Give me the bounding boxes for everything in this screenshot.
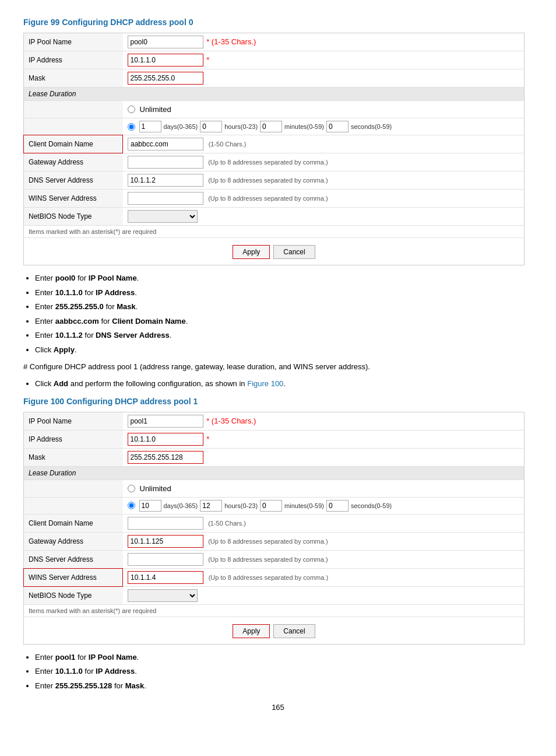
lease-value-input[interactable]	[139, 500, 161, 512]
ip-address-input[interactable]	[128, 433, 203, 446]
ip-address-hint: *	[206, 55, 209, 64]
cancel-button[interactable]: Cancel	[273, 624, 315, 638]
hours-label: hours(0-23)	[224, 502, 258, 509]
required-note: Items marked with an asterisk(*) are req…	[24, 604, 525, 617]
lease-duration-header-row: Lease Duration	[24, 466, 525, 480]
duration-row: days(0-365) hours(0-23) minutes(0-59) se…	[128, 121, 520, 132]
table-row: WINS Server Address (Up to 8 addresses s…	[24, 190, 525, 208]
ip-pool-name-label: IP Pool Name	[24, 412, 123, 430]
client-domain-input[interactable]	[128, 138, 203, 150]
list-item: Enter 10.1.1.0 for IP Address.	[35, 666, 533, 677]
wins-label: WINS Server Address	[24, 568, 123, 586]
client-domain-cell: (1-50 Chars.)	[123, 514, 507, 532]
seconds-label: seconds(0-59)	[351, 123, 392, 130]
lease-duration-label: Lease Duration	[24, 88, 525, 101]
unlimited-row: Unlimited	[24, 101, 525, 118]
button-row: Apply Cancel	[24, 617, 525, 644]
days-input[interactable]	[200, 121, 222, 132]
unlimited-radio[interactable]	[128, 106, 135, 113]
gateway-label: Gateway Address	[24, 532, 123, 550]
table-row: IP Address *	[24, 430, 525, 448]
page-number: 165	[23, 703, 533, 712]
table-row: Gateway Address (Up to 8 addresses separ…	[24, 153, 525, 172]
figure100-form: IP Pool Name * (1-35 Chars.) IP Address …	[23, 412, 525, 645]
table-row: Gateway Address (Up to 8 addresses separ…	[24, 532, 525, 550]
ip-pool-name-input[interactable]	[128, 415, 203, 428]
mask-cell	[123, 69, 507, 88]
table-row: NetBIOS Node Type	[24, 586, 525, 604]
unlimited-radio-row: Unlimited	[128, 103, 520, 116]
lease-duration-label: Lease Duration	[24, 466, 525, 480]
minutes-input[interactable]	[326, 121, 349, 132]
list-item: Enter 10.1.1.2 for DNS Server Address.	[35, 330, 533, 341]
gateway-input[interactable]	[128, 535, 203, 548]
gateway-cell: (Up to 8 addresses separated by comma.)	[123, 532, 507, 550]
ip-pool-name-label: IP Pool Name	[24, 33, 123, 51]
dns-hint: (Up to 8 addresses separated by comma.)	[208, 556, 328, 563]
table-row: WINS Server Address (Up to 8 addresses s…	[24, 568, 525, 586]
dns-input[interactable]	[128, 553, 203, 566]
table-row: Client Domain Name (1-50 Chars.)	[24, 135, 525, 153]
table-row: DNS Server Address (Up to 8 addresses se…	[24, 550, 525, 568]
list-item: Enter aabbcc.com for Client Domain Name.	[35, 316, 533, 327]
list-item: Enter 255.255.255.128 for Mask.	[35, 680, 533, 692]
ip-address-label: IP Address	[24, 430, 123, 448]
netbios-select[interactable]	[128, 210, 198, 223]
wins-input[interactable]	[128, 571, 203, 584]
client-domain-input[interactable]	[128, 517, 203, 530]
lease-value-input[interactable]	[139, 121, 161, 132]
mask-input[interactable]	[128, 72, 203, 85]
mask-input[interactable]	[128, 451, 203, 464]
ip-pool-name-input[interactable]	[128, 36, 203, 48]
ip-address-hint: *	[206, 435, 209, 443]
netbios-label: NetBIOS Node Type	[24, 586, 123, 604]
mask-cell	[123, 448, 507, 466]
unlimited-row: Unlimited	[24, 480, 525, 497]
hours-input[interactable]	[260, 500, 282, 512]
minutes-input[interactable]	[326, 500, 349, 512]
figure99-title: Figure 99 Configuring DHCP address pool …	[23, 18, 533, 27]
seconds-label: seconds(0-59)	[351, 502, 392, 509]
apply-button[interactable]: Apply	[233, 245, 270, 259]
lease-duration-header-row: Lease Duration	[24, 88, 525, 101]
figure100-title: Figure 100 Configuring DHCP address pool…	[23, 397, 533, 406]
ip-pool-name-cell: * (1-35 Chars.)	[123, 33, 507, 51]
wins-label: WINS Server Address	[24, 190, 123, 208]
gateway-input[interactable]	[128, 156, 203, 169]
duration-row: days(0-365) hours(0-23) minutes(0-59) se…	[128, 500, 520, 512]
hours-input[interactable]	[260, 121, 282, 132]
wins-input[interactable]	[128, 192, 203, 205]
ip-address-cell: *	[123, 430, 507, 448]
ip-address-label: IP Address	[24, 51, 123, 69]
minutes-label: minutes(0-59)	[284, 123, 324, 130]
apply-button[interactable]: Apply	[233, 624, 270, 638]
netbios-label: NetBIOS Node Type	[24, 208, 123, 226]
figure100-link[interactable]: Figure 100	[247, 379, 283, 388]
dns-input[interactable]	[128, 174, 203, 187]
client-domain-hint: (1-50 Chars.)	[208, 520, 246, 527]
wins-cell: (Up to 8 addresses separated by comma.)	[123, 568, 507, 586]
ip-pool-name-hint: * (1-35 Chars.)	[206, 37, 256, 46]
lease-value-radio[interactable]	[128, 123, 135, 131]
table-row: Mask	[24, 448, 525, 466]
hours-label: hours(0-23)	[224, 123, 258, 130]
table-row: IP Address *	[24, 51, 525, 69]
bullet-list-100: Enter pool1 for IP Pool Name. Enter 10.1…	[35, 652, 533, 692]
mask-label: Mask	[24, 448, 123, 466]
unlimited-label: Unlimited	[140, 484, 171, 493]
dns-hint: (Up to 8 addresses separated by comma.)	[208, 177, 328, 184]
required-note: Items marked with an asterisk(*) are req…	[24, 226, 525, 238]
cancel-button[interactable]: Cancel	[273, 245, 315, 259]
ip-address-input[interactable]	[128, 54, 203, 66]
lease-value-row: days(0-365) hours(0-23) minutes(0-59) se…	[24, 497, 525, 514]
lease-value-radio[interactable]	[128, 502, 135, 509]
ip-pool-name-cell: * (1-35 Chars.)	[123, 412, 507, 430]
list-item: Click Apply.	[35, 344, 533, 356]
mask-label: Mask	[24, 69, 123, 88]
netbios-cell	[123, 208, 507, 226]
unlimited-radio-row: Unlimited	[128, 482, 520, 495]
list-item: Enter pool1 for IP Pool Name.	[35, 652, 533, 663]
netbios-select[interactable]	[128, 589, 198, 602]
unlimited-radio[interactable]	[128, 485, 135, 492]
days-input[interactable]	[200, 500, 222, 512]
